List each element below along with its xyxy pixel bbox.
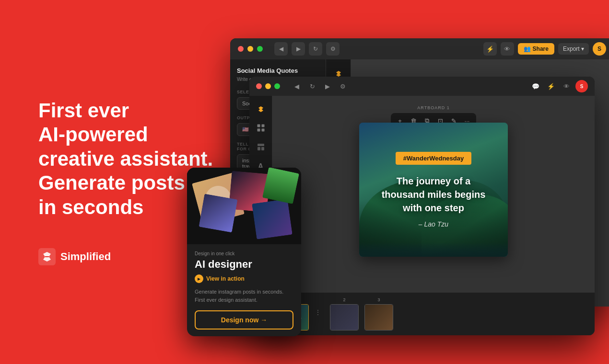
- design-now-button[interactable]: Design now →: [195, 310, 293, 330]
- front-settings-btn[interactable]: ⚙: [337, 80, 349, 92]
- share-icon: 👥: [524, 46, 531, 52]
- share-button[interactable]: 👥 Share: [518, 43, 554, 55]
- front-forward-btn[interactable]: ▶: [321, 80, 334, 92]
- front-bolt-btn[interactable]: ⚡: [545, 80, 557, 92]
- traffic-light-yellow[interactable]: [247, 46, 253, 52]
- traffic-light-green[interactable]: [257, 46, 263, 52]
- design-now-label: Design now →: [221, 316, 267, 324]
- collage-item-4: [199, 193, 237, 232]
- front-logo-icon[interactable]: [252, 101, 269, 118]
- thumb-item-3[interactable]: 3: [364, 297, 393, 330]
- popup-card: Design in one click AI designer ▶ View i…: [187, 168, 301, 336]
- panel-title: Social Media Quotes: [237, 67, 319, 74]
- front-templates-icon[interactable]: [252, 139, 269, 156]
- svg-rect-8: [257, 125, 260, 127]
- simplified-logo-icon: [38, 248, 56, 265]
- thumb-card-2[interactable]: [330, 304, 359, 330]
- svg-rect-9: [261, 125, 264, 127]
- front-titlebar: ◀ ↻ ▶ ⚙ 💬 ⚡ 👁 S: [249, 77, 595, 96]
- collage-item-3: [252, 199, 293, 239]
- front-titlebar-nav: ◀ ↻ ▶ ⚙: [291, 80, 349, 92]
- share-label: Share: [533, 46, 549, 52]
- play-icon: ▶: [195, 274, 203, 283]
- design-collage: [187, 168, 301, 244]
- thumb-number-3: 3: [377, 297, 380, 302]
- export-button[interactable]: Export ▾: [558, 43, 589, 55]
- front-canvas: ARTBOARD 1 + 🗑 ⧉ ⊡ ✎ ···: [272, 96, 595, 335]
- heading-line1: First ever: [38, 99, 129, 122]
- front-user-avatar[interactable]: S: [575, 80, 588, 92]
- thumb-item-2[interactable]: 2: [330, 297, 359, 330]
- design-card: #WanderWednesday The journey of a thousa…: [359, 123, 508, 257]
- hashtag-bar: #WanderWednesday: [396, 152, 471, 165]
- user-avatar-btn[interactable]: S: [593, 42, 606, 56]
- front-back-btn[interactable]: ◀: [291, 80, 303, 92]
- thumb-menu-btn[interactable]: ⋮: [315, 308, 321, 316]
- back-nav-btn[interactable]: ◀: [274, 42, 288, 56]
- artboard-label: ARTBOARD 1: [417, 105, 449, 110]
- thumb-number-2: 2: [343, 297, 345, 302]
- svg-rect-14: [261, 147, 264, 150]
- heading-line5: in seconds: [38, 196, 143, 218]
- front-chat-btn[interactable]: 💬: [529, 80, 542, 92]
- front-tl-red[interactable]: [256, 83, 262, 89]
- card-quote: The journey of a thousand miles begins w…: [369, 174, 498, 215]
- front-assets-icon[interactable]: [252, 120, 269, 137]
- brand-name: Simplified: [60, 250, 111, 263]
- front-eye-btn[interactable]: 👁: [560, 80, 573, 92]
- front-tl-yellow[interactable]: [265, 83, 271, 89]
- svg-rect-13: [258, 147, 260, 150]
- popup-tag: Design in one click: [195, 251, 293, 256]
- heading-line3: creative assistant.: [38, 148, 213, 170]
- front-titlebar-right: 💬 ⚡ 👁 S: [529, 80, 588, 92]
- heading-line2: AI-powered: [38, 123, 148, 146]
- popup-image-area: [187, 168, 301, 244]
- front-tl-green[interactable]: [274, 83, 280, 89]
- refresh-nav-btn[interactable]: ↻: [309, 42, 322, 56]
- thumbnails-bar: 1 The journey... ⋮ 2: [272, 292, 595, 335]
- svg-rect-10: [257, 129, 260, 132]
- svg-rect-12: [258, 144, 264, 146]
- front-app-window: ◀ ↻ ▶ ⚙ 💬 ⚡ 👁 S: [249, 77, 595, 335]
- settings-nav-btn[interactable]: ⚙: [326, 42, 340, 56]
- front-refresh-btn[interactable]: ↻: [306, 80, 318, 92]
- view-link-text: View in action: [206, 275, 245, 282]
- popup-description: Generate instagram posts in seconds. Fir…: [195, 288, 293, 304]
- eye-icon-btn[interactable]: 👁: [501, 42, 514, 56]
- popup-view-link[interactable]: ▶ View in action: [195, 274, 293, 283]
- forward-nav-btn[interactable]: ▶: [292, 42, 305, 56]
- popup-body: Design in one click AI designer ▶ View i…: [187, 244, 301, 336]
- design-card-image: #WanderWednesday The journey of a thousa…: [359, 123, 508, 257]
- traffic-light-red[interactable]: [238, 46, 244, 52]
- svg-rect-11: [261, 129, 264, 132]
- heading-line4: Generate posts: [38, 171, 185, 194]
- export-label: Export: [563, 46, 580, 52]
- back-titlebar-right: ⚡ 👁 👥 Share Export ▾ S: [483, 42, 606, 56]
- bolt-icon-btn[interactable]: ⚡: [483, 42, 497, 56]
- card-author: – Lao Tzu: [419, 220, 448, 228]
- back-titlebar: ◀ ▶ ↻ ⚙ ⚡ 👁 👥 Share Export ▾ S: [230, 38, 609, 59]
- popup-heading: AI designer: [195, 258, 293, 271]
- front-content: A ARTBOARD 1 +: [249, 96, 595, 335]
- thumb-card-3[interactable]: [364, 304, 393, 330]
